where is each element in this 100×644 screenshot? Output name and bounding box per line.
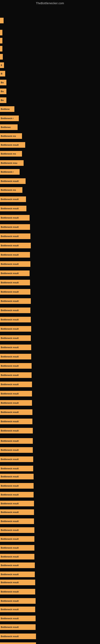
bar-item: Bottleneck result (0, 363, 32, 369)
bar-item: Bottleneck result (0, 545, 34, 550)
bar-item: Bottleneck result (0, 483, 34, 489)
bar-label: Bo (1, 81, 4, 84)
bar-label: Bottleneck result (1, 411, 19, 413)
bar-label: Bottleneck result (1, 180, 19, 182)
bar-item: Bottleneck result (0, 509, 34, 515)
bar-label: Bottleneck result (1, 235, 19, 238)
bar-label: Bottleneck result (1, 626, 19, 628)
bar-label: B (1, 72, 2, 75)
bar-label: Bottleneck result (1, 475, 19, 478)
bar-item: Bottleneck result (0, 382, 32, 387)
bar-label: Bottleneck result (1, 608, 19, 610)
bar-item: Bottleneck result (0, 409, 32, 415)
bar-item: Bottlenec (0, 124, 18, 130)
bar-item: B (0, 71, 5, 76)
bar-item: Bottleneck result (0, 326, 31, 332)
bar-label: Bottleneck result (1, 337, 19, 339)
bar-label: Bottleneck result (1, 502, 19, 505)
bar-label: Bottleneck result (1, 581, 19, 584)
bar-item (0, 18, 3, 23)
bar-label: Bottleneck result (1, 511, 19, 514)
bar-item: Bottleneck result (0, 634, 36, 639)
bar-label: Bottleneck result (1, 244, 19, 247)
bar-label: Bottleneck result (1, 494, 19, 496)
bar-item: Bottleneck result (0, 606, 35, 612)
bar-label: Bo (1, 90, 4, 92)
bar-item: Bottleneck result (0, 261, 30, 267)
bar-item: Bottleneck result (0, 354, 31, 360)
bar-item: Bo (0, 80, 6, 85)
bar-label: Bottleneck result (1, 263, 19, 265)
bar-item: Bottleneck result (0, 527, 34, 533)
bar-item: 8 (0, 62, 4, 68)
bar-label: Bottleneck result (1, 458, 19, 460)
bar-label: Bottleneck result (1, 383, 19, 386)
bar-label: Bo (1, 99, 4, 102)
bar-label: Bottlene (1, 108, 10, 110)
bar-label: Bottleneck result (1, 300, 19, 302)
bar-item: Bottleneck result (0, 501, 34, 506)
bar-label: Bottleneck result (1, 216, 19, 219)
bar-label: Bottleneck result (1, 254, 19, 256)
bar-item: Bottleneck result (0, 317, 31, 322)
bar-label: Bottleneck result (1, 449, 19, 451)
bar-item: Bottleneck result (0, 270, 30, 276)
bar-item: Bottleneck result (0, 598, 36, 604)
bar-item: Bottleneck result (0, 243, 31, 248)
bar-label: Bottleneck res (1, 189, 16, 191)
bar-item: Bottleneck result (0, 206, 26, 211)
bar-label: Bottleneck result (1, 198, 19, 200)
bar-item: Bottleneck res (0, 133, 22, 139)
bar-item: Bottleneck result (0, 474, 34, 480)
bar-item: Bottleneck result (0, 298, 31, 304)
bar-label: Bottleneck result (1, 374, 19, 376)
bar-label: Bottleneck result (1, 328, 19, 330)
bar-label: Bottleneck result (1, 318, 19, 321)
bar-label: 8 (1, 64, 2, 66)
bar-item: Bottleneck result (0, 196, 26, 202)
bar-label: Bottleneck result (1, 402, 19, 404)
bar-label: Bottleneck r (1, 171, 14, 173)
bar-label: Bottleneck result (1, 309, 19, 312)
bar-label: Bottleneck result (1, 392, 19, 395)
bar-label: Bottleneck result (1, 564, 19, 566)
bar-item: Bottleneck result (0, 178, 26, 184)
bar-label: Bottleneck resu (1, 162, 17, 164)
bar-item: Bottleneck result (0, 518, 34, 524)
bar-item: Bottleneck result (0, 466, 33, 471)
bar-item: Bottleneck result (0, 215, 30, 220)
bar-item: Bottlene (0, 106, 14, 112)
bar-item: Bottleneck result (0, 642, 36, 644)
bar-item: Bottleneck result (0, 224, 30, 230)
bar-label: Bottleneck result (1, 467, 19, 470)
bar-item: Bottleneck result (0, 372, 32, 378)
bar-item: Bottleneck result (0, 428, 33, 434)
bar-label: Bottleneck result (1, 346, 19, 348)
bar-label: Bottleneck result (1, 546, 19, 549)
bar-item: Bottleneck result (0, 580, 35, 585)
bar-label: Bottleneck result (1, 617, 19, 620)
bar-label: Bottleneck result (1, 590, 19, 593)
bar-item: Bo (0, 88, 6, 94)
bar-item: Bottleneck result (0, 492, 34, 498)
bar-item: Bottleneck result (0, 418, 32, 424)
bar-item: Bottleneck result (0, 536, 34, 542)
bar-label: Bottleneck result (1, 556, 19, 558)
bar-item: Bottleneck result (0, 344, 31, 350)
bar-label: Bottleneck result (1, 420, 19, 422)
bar-label: Bottleneck result (1, 484, 19, 487)
bar-item (0, 46, 2, 52)
bar-label: Bottleneck result (1, 600, 19, 602)
bar-item: Bottleneck res (0, 151, 22, 156)
bar-item: Bottleneck result (0, 572, 35, 577)
bar-label: Bottleneck res (1, 152, 16, 155)
bar-item: Bottleneck result (0, 234, 30, 239)
bar-label: Bottleneck result (1, 356, 19, 358)
bar-item: Bottleneck result (0, 589, 35, 594)
bar-item: Bottleneck result (0, 562, 35, 568)
bar-label: Bottleneck result (1, 290, 19, 293)
bar-item (0, 54, 3, 60)
bar-label: Bottleneck result (1, 573, 19, 576)
bar-label: Bottleneck result (1, 281, 19, 284)
bar-item (0, 38, 2, 44)
